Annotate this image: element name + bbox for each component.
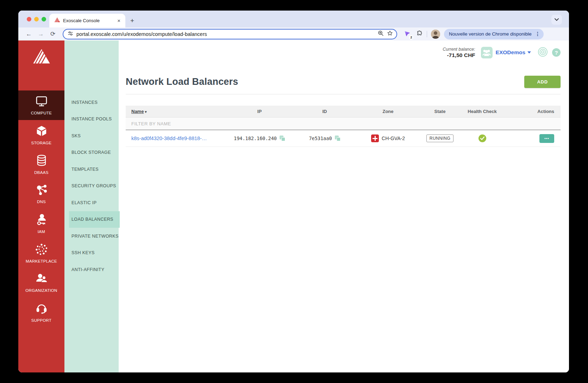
reload-button[interactable]: ⟳ [49,30,57,38]
chrome-menu-icon[interactable]: ⋮ [535,33,540,35]
sidebar-item-iam[interactable]: IAM [18,209,64,238]
app-content: COMPUTE STORAGE [18,40,569,372]
maximize-window-button[interactable] [42,17,46,21]
toolbar-separator [427,31,427,37]
submenu-item-private-networks[interactable]: PRIVATE NETWORKS [64,228,119,245]
sidebar-item-label: SUPPORT [31,318,51,322]
submenu-item-elastic-ip[interactable]: ELASTIC IP [64,194,119,211]
submenu-item-instance-pools[interactable]: INSTANCE POOLS [64,111,119,128]
sidebar-item-storage[interactable]: STORAGE [18,120,64,150]
column-header-ip: IP [228,109,291,114]
network-nodes-icon [36,184,48,197]
main-panel: Current balance: -71,50 CHF EXODemos [119,40,569,372]
submenu-item-sks[interactable]: SKS [64,127,119,144]
traffic-lights [27,17,46,21]
forward-button[interactable]: → [37,31,45,38]
sidebar-item-label: DBAAS [34,170,49,175]
sidebar-item-label: IAM [38,230,45,234]
zone-value: CH-GVA-2 [382,136,405,141]
submenu-item-templates[interactable]: TEMPLATES [64,161,119,178]
id-value: 7e531aa0 [309,136,332,141]
copy-ip-icon[interactable] [280,136,285,141]
profile-avatar[interactable] [431,30,440,39]
state-badge: RUNNING [426,134,454,142]
monitor-icon [35,96,48,108]
back-button[interactable]: ← [25,31,33,38]
compute-submenu: INSTANCES INSTANCE POOLS SKS BLOCK STORA… [64,40,119,372]
site-settings-icon[interactable] [68,31,73,38]
notifications-radar-icon[interactable] [538,47,548,58]
tab-strip: Exoscale Console × + [18,11,569,27]
column-header-name[interactable]: Name▾ [126,109,228,114]
org-menu[interactable]: EXODemos [496,49,531,56]
primary-sidebar: COMPUTE STORAGE [18,40,64,372]
people-icon [36,273,48,286]
pinned-extension-icon[interactable]: 2 [404,30,412,38]
sort-arrow-icon: ▾ [145,110,146,114]
column-header-actions: Actions [502,109,561,114]
organization-avatar[interactable] [481,47,493,58]
tab-title: Exoscale Console [63,18,113,23]
sidebar-item-label: DNS [37,200,46,204]
browser-toolbar: ← → ⟳ portal.exoscale.com/u/exodemos/com… [18,27,569,40]
column-header-state: State [418,109,462,114]
table-header-row: Name▾ IP ID Zone State Health Check Acti… [126,106,561,118]
exoscale-logo-icon[interactable] [18,40,64,90]
submenu-item-ssh-keys[interactable]: SSH KEYS [64,245,119,262]
sidebar-item-label: STORAGE [31,141,51,145]
submenu-item-block-storage[interactable]: BLOCK STORAGE [64,144,119,161]
tab-search-chevron-icon[interactable] [551,15,562,25]
sidebar-item-dns[interactable]: DNS [18,179,64,209]
sidebar-item-support[interactable]: SUPPORT [18,297,64,327]
cube-icon [36,125,48,138]
sidebar-item-marketplace[interactable]: MARKETPLACE [18,238,64,268]
chevron-down-icon [527,51,531,54]
health-check-ok-icon [478,134,486,142]
browser-tab[interactable]: Exoscale Console × [49,14,125,27]
browser-window: Exoscale Console × + ← → ⟳ portal.exosca… [18,11,569,372]
submenu-item-anti-affinity[interactable]: ANTI-AFFINITY [64,261,119,278]
balance-label: Current balance: [443,47,475,52]
toolbar-right: 2 Nouvelle version de Chrome di [404,29,544,39]
bookmark-star-icon[interactable] [387,30,393,38]
page-title: Network Load Balancers [126,76,238,87]
update-pill-label: Nouvelle version de Chrome disponible [449,31,532,37]
column-header-id: ID [291,109,358,114]
minimize-window-button[interactable] [34,17,39,21]
sidebar-item-compute[interactable]: COMPUTE [18,90,64,120]
load-balancer-name-link[interactable]: k8s-ad0f4320-38dd-4fe9-8818-… [131,136,207,141]
sidebar-item-organization[interactable]: ORGANIZATION [18,268,64,297]
new-tab-button[interactable]: + [130,17,134,25]
copy-id-icon[interactable] [335,136,340,141]
filter-by-name-input[interactable] [126,121,267,126]
extensions-puzzle-icon[interactable] [416,30,423,38]
headset-icon [36,302,48,316]
url-text[interactable]: portal.exoscale.com/u/exodemos/compute/l… [76,31,375,37]
balance-value: -71,50 CHF [443,52,475,58]
submenu-item-load-balancers[interactable]: LOAD BALANCERS [69,211,120,228]
org-name: EXODemos [496,49,525,56]
add-button[interactable]: ADD [524,76,561,88]
chrome-update-pill[interactable]: Nouvelle version de Chrome disponible ⋮ [444,29,544,39]
screen: Exoscale Console × + ← → ⟳ portal.exosca… [0,0,588,383]
row-actions-button[interactable]: ••• [539,134,554,143]
load-balancers-table: Name▾ IP ID Zone State Health Check Acti… [126,106,561,147]
favicon-exoscale-icon [54,17,60,24]
sidebar-item-label: COMPUTE [31,111,52,115]
title-divider [126,94,561,94]
help-icon[interactable]: ? [552,48,561,57]
sidebar-item-dbaas[interactable]: DBAAS [18,150,64,179]
submenu-item-security-groups[interactable]: SECURITY GROUPS [64,178,119,195]
balance-block: Current balance: -71,50 CHF [443,47,475,58]
sidebar-item-label: MARKETPLACE [26,259,57,263]
zoom-icon[interactable] [378,30,384,38]
dots-burst-icon [36,243,48,257]
table-row[interactable]: k8s-ad0f4320-38dd-4fe9-8818-… 194.182.16… [126,130,561,147]
close-window-button[interactable] [27,17,31,21]
submenu-item-instances[interactable]: INSTANCES [64,94,119,111]
url-bar[interactable]: portal.exoscale.com/u/exodemos/compute/l… [63,29,397,39]
filter-row [126,118,561,130]
ip-value: 194.182.160.240 [234,136,277,141]
tab-close-icon[interactable]: × [116,18,122,24]
page-header: Network Load Balancers ADD [126,76,561,88]
